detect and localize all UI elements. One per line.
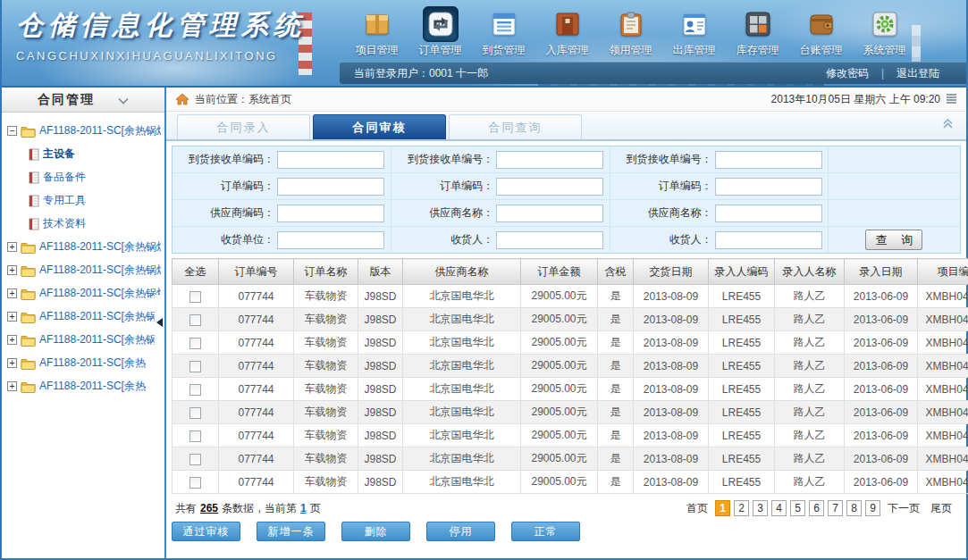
table-cell: 路人乙 <box>775 378 845 401</box>
search-field-label: 供应商名称： <box>612 205 712 221</box>
pagination-page-7[interactable]: 7 <box>828 500 843 516</box>
tree-node-5[interactable]: +AF1188-2011-SC[余热锅 <box>7 332 161 347</box>
table-cell: 北京国电华北 <box>403 355 521 378</box>
nav-item-2[interactable]: 到货管理 <box>472 6 535 58</box>
row-checkbox[interactable] <box>189 407 201 419</box>
pagination-page-5[interactable]: 5 <box>790 500 805 516</box>
pagination-page-9[interactable]: 9 <box>865 500 880 516</box>
search-cell-1-1: 订单编码： <box>391 173 609 199</box>
expand-toggle-icon[interactable]: + <box>7 358 17 368</box>
search-input-3-1[interactable] <box>496 231 603 249</box>
pagination-page-2[interactable]: 2 <box>734 500 749 516</box>
search-input-0-1[interactable] <box>496 151 603 169</box>
expand-toggle-icon[interactable]: + <box>7 381 17 391</box>
tree-child-0-2[interactable]: 专用工具 <box>29 193 161 208</box>
tree-child-0-1[interactable]: 备品备件 <box>29 170 161 185</box>
expand-toggle-icon[interactable]: + <box>7 265 17 275</box>
nav-item-8[interactable]: 系统管理 <box>853 6 916 58</box>
expand-toggle-icon[interactable]: + <box>7 288 17 298</box>
tree-node-2[interactable]: +AF1188-2011-SC[余热锅炉 <box>7 263 161 278</box>
tree-node-1[interactable]: +AF1188-2011-SC[余热锅炉 <box>7 239 161 255</box>
nav-item-6[interactable]: 库存管理 <box>726 6 789 58</box>
table-footer: 共有265条数据，当前第1页 首页123456789下一页尾页 <box>166 494 966 521</box>
nav-item-label: 订单管理 <box>408 43 472 58</box>
pagination-first[interactable]: 首页 <box>686 501 708 516</box>
nav-item-0[interactable]: 项目管理 <box>345 6 408 58</box>
search-input-3-2[interactable] <box>715 231 822 249</box>
search-cell-0-2: 到货接收单编号： <box>610 146 828 172</box>
table-cell: 2013-06-09 <box>845 471 918 494</box>
panel-collapse-icon[interactable] <box>942 116 954 132</box>
table-cell: 路人乙 <box>775 285 845 308</box>
tree-child-0-0[interactable]: 主设备 <box>29 146 161 162</box>
search-input-0-2[interactable] <box>715 151 822 169</box>
change-password-link[interactable]: 修改密码 <box>826 66 869 81</box>
tab-2[interactable]: 合同查询 <box>449 114 582 139</box>
tree-child-0-3[interactable]: 技术资料 <box>29 216 161 231</box>
row-checkbox[interactable] <box>189 430 201 442</box>
pagination-page-3[interactable]: 3 <box>753 500 768 516</box>
table-cell: 29005.00元 <box>521 285 598 308</box>
search-input-2-2[interactable] <box>715 205 822 222</box>
column-header-2: 订单名称 <box>294 259 358 285</box>
collapse-toggle-icon[interactable]: − <box>7 126 17 136</box>
action-button-3[interactable]: 停用 <box>426 522 495 541</box>
search-input-3-0[interactable] <box>277 231 384 249</box>
expand-toggle-icon[interactable]: + <box>7 335 17 345</box>
table-cell: 是 <box>598 447 634 471</box>
search-input-1-0[interactable] <box>277 178 384 196</box>
expand-toggle-icon[interactable]: + <box>7 242 17 252</box>
search-field-label: 到货接收单编号： <box>393 152 493 167</box>
table-cell: 077744 <box>219 308 294 331</box>
search-input-1-1[interactable] <box>496 178 603 196</box>
tab-1[interactable]: 合同审核 <box>313 114 446 139</box>
summary-mid: 条数据，当前第 <box>222 502 297 514</box>
tab-0[interactable]: 合同录入 <box>177 114 310 139</box>
sidebar-header[interactable]: 合同管理 <box>2 88 164 113</box>
action-button-1[interactable]: 新增一条 <box>257 522 325 541</box>
row-checkbox[interactable] <box>189 338 201 349</box>
nav-item-3[interactable]: 入库管理 <box>535 6 599 58</box>
row-checkbox[interactable] <box>189 454 201 465</box>
collapse-left-triangle-icon <box>156 318 163 327</box>
calendar-lines-icon[interactable] <box>946 93 957 106</box>
nav-item-7[interactable]: 台账管理 <box>789 6 853 58</box>
tree-node-7[interactable]: +AF1188-2011-SC[余热 <box>7 379 161 394</box>
orders-table: 全选订单编号订单名称版本供应商名称订单金额含税交货日期录入人编码录入人名称录入日… <box>172 258 968 494</box>
row-checkbox[interactable] <box>189 477 201 489</box>
row-checkbox[interactable] <box>189 291 201 303</box>
nav-item-5[interactable]: 出库管理 <box>662 6 726 58</box>
query-button[interactable]: 查 询 <box>865 230 922 250</box>
logout-link[interactable]: 退出登陆 <box>896 66 939 81</box>
action-button-0[interactable]: 通过审核 <box>172 522 240 541</box>
pagination-page-4[interactable]: 4 <box>771 500 787 516</box>
nav-item-1[interactable]: 订单管理 <box>408 6 472 58</box>
pagination-page-8[interactable]: 8 <box>846 500 862 516</box>
search-input-1-2[interactable] <box>715 178 822 196</box>
search-input-0-0[interactable] <box>277 151 384 169</box>
tree-node-6[interactable]: +AF1188-2011-SC[余热 <box>7 355 161 371</box>
tree-node-0[interactable]: −AF1188-2011-SC[余热锅炉岛 <box>7 123 161 138</box>
folder-icon <box>21 311 36 323</box>
table-cell: 077744 <box>219 378 294 401</box>
tree-node-4[interactable]: +AF1188-2011-SC[余热锅 <box>7 309 161 324</box>
row-checkbox[interactable] <box>189 384 201 396</box>
expand-toggle-icon[interactable]: + <box>7 312 17 322</box>
sidebar-collapse-handle[interactable] <box>155 295 164 350</box>
search-input-2-1[interactable] <box>496 205 603 222</box>
document-icon <box>29 218 39 230</box>
pagination-next[interactable]: 下一页 <box>888 501 920 516</box>
pagination-page-6[interactable]: 6 <box>809 500 824 516</box>
action-button-2[interactable]: 删除 <box>341 522 410 541</box>
search-button-cell-1 <box>828 173 960 199</box>
nav-item-4[interactable]: 领用管理 <box>599 6 662 58</box>
table-cell: 是 <box>598 355 634 378</box>
pagination-page-1[interactable]: 1 <box>715 500 730 516</box>
tree-node-3[interactable]: +AF1188-2011-SC[余热锅炉 <box>7 286 161 301</box>
row-checkbox[interactable] <box>189 314 201 326</box>
table-cell: 北京国电华北 <box>403 401 521 424</box>
pagination-last[interactable]: 尾页 <box>930 501 952 516</box>
row-checkbox[interactable] <box>189 361 201 372</box>
action-button-4[interactable]: 正常 <box>511 522 580 541</box>
search-input-2-0[interactable] <box>277 205 384 222</box>
